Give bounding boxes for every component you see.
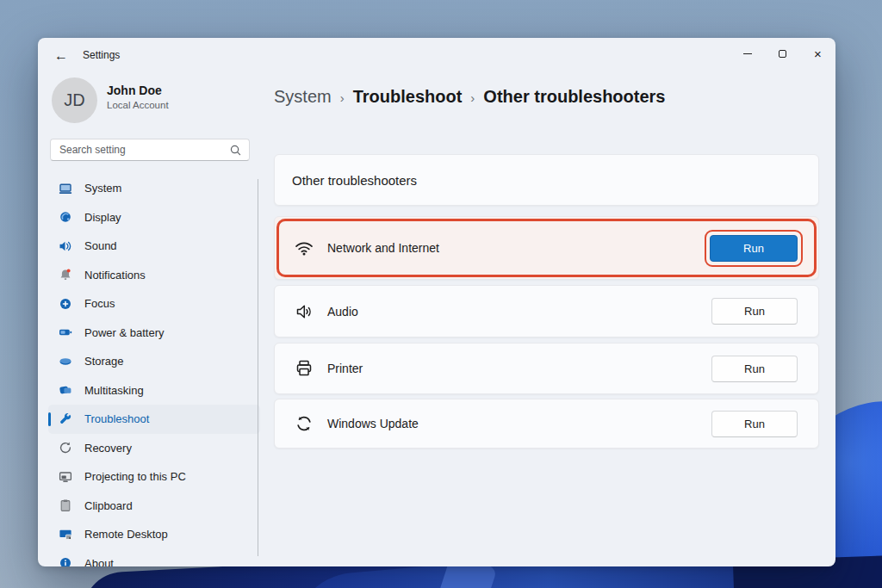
run-button-wrapper: Run <box>710 235 798 262</box>
troubleshooter-label: Printer <box>327 362 363 375</box>
focus-icon <box>59 297 72 311</box>
search-input[interactable] <box>51 139 249 160</box>
run-button-windows-update[interactable]: Run <box>711 411 798 437</box>
printer-icon <box>294 358 314 379</box>
run-button-printer[interactable]: Run <box>711 356 798 382</box>
sidebar-item-label: Projecting to this PC <box>84 470 186 483</box>
display-icon <box>59 210 72 224</box>
chevron-right-icon: › <box>470 89 475 105</box>
sidebar-item-label: Display <box>84 211 121 224</box>
sidebar-item-clipboard[interactable]: Clipboard <box>48 492 260 521</box>
search-icon <box>229 144 242 157</box>
minimize-icon <box>743 53 752 54</box>
projecting-screen-icon <box>59 470 72 484</box>
sidebar-item-label: Notifications <box>84 269 146 282</box>
run-button-audio[interactable]: Run <box>711 298 798 325</box>
sidebar-item-label: About <box>84 557 114 566</box>
refresh-icon <box>294 413 314 434</box>
pane-divider <box>258 179 258 556</box>
troubleshooter-label: Audio <box>327 305 358 319</box>
power-battery-icon <box>59 325 72 339</box>
breadcrumb-item-current: Other troubleshooters <box>483 87 665 107</box>
desktop: ← Settings × JD John Doe Local Account <box>0 0 882 588</box>
clipboard-icon <box>59 498 72 512</box>
sidebar-item-about[interactable]: About <box>48 549 260 567</box>
sidebar-item-label: Troubleshoot <box>84 412 149 425</box>
run-button-network[interactable]: Run <box>710 235 798 262</box>
main-content: System › Troubleshoot › Other troublesho… <box>274 72 819 566</box>
troubleshooter-row-audio: Audio Run <box>274 285 819 337</box>
sidebar-item-notifications[interactable]: Notifications <box>48 261 260 290</box>
sidebar-item-projecting[interactable]: Projecting to this PC <box>48 462 260 492</box>
sidebar-nav: System Display Sound <box>48 174 260 566</box>
search-box <box>50 139 250 161</box>
sidebar-item-power-battery[interactable]: Power & battery <box>48 319 260 348</box>
section-title: Other troubleshooters <box>292 173 417 188</box>
sidebar-item-storage[interactable]: Storage <box>48 347 260 376</box>
sidebar-item-label: Focus <box>84 297 115 310</box>
breadcrumb: System › Troubleshoot › Other troublesho… <box>274 84 666 108</box>
window-title: Settings <box>83 49 120 61</box>
wifi-icon <box>294 238 314 258</box>
sidebar-item-recovery[interactable]: Recovery <box>48 434 260 463</box>
about-icon <box>59 556 72 566</box>
troubleshooter-label: Windows Update <box>327 417 419 430</box>
sidebar-item-system[interactable]: System <box>48 174 260 203</box>
sidebar-item-label: Multitasking <box>84 384 144 397</box>
sidebar-item-troubleshoot[interactable]: Troubleshoot <box>48 405 260 434</box>
close-icon: × <box>814 46 822 61</box>
sidebar-item-remote-desktop[interactable]: Remote Desktop <box>48 520 260 549</box>
sidebar-item-label: Recovery <box>84 442 132 455</box>
section-header-card: Other troubleshooters <box>274 154 819 206</box>
chevron-right-icon: › <box>340 89 345 105</box>
troubleshooter-label: Network and Internet <box>327 241 439 255</box>
storage-icon <box>59 355 72 368</box>
system-icon <box>59 182 72 195</box>
remote-desktop-icon <box>59 528 72 542</box>
avatar-initials: JD <box>64 90 84 110</box>
recovery-icon <box>59 441 72 455</box>
sound-icon <box>59 239 72 253</box>
breadcrumb-item-troubleshoot[interactable]: Troubleshoot <box>353 87 463 107</box>
multitasking-icon <box>59 383 72 397</box>
troubleshooter-row-printer: Printer Run <box>274 343 819 394</box>
sidebar-item-label: Storage <box>84 355 124 368</box>
sidebar-item-sound[interactable]: Sound <box>48 232 260 261</box>
troubleshooter-row-windows-update: Windows Update Run <box>274 399 819 449</box>
minimize-button[interactable] <box>730 42 765 65</box>
avatar: JD <box>52 77 97 123</box>
sidebar-item-label: Power & battery <box>84 326 165 339</box>
troubleshoot-wrench-icon <box>59 412 72 426</box>
maximize-button[interactable] <box>765 42 800 65</box>
maximize-icon <box>779 50 786 58</box>
sidebar-item-display[interactable]: Display <box>48 203 260 232</box>
breadcrumb-item-system[interactable]: System <box>274 87 332 107</box>
back-button[interactable]: ← <box>50 45 72 67</box>
close-button[interactable]: × <box>800 42 835 65</box>
window-controls: × <box>730 42 835 65</box>
troubleshooter-row-network: Network and Internet Run <box>274 216 819 280</box>
sidebar-item-label: System <box>84 182 121 195</box>
settings-window: ← Settings × JD John Doe Local Account <box>38 38 835 566</box>
back-icon: ← <box>54 48 68 64</box>
notifications-bell-icon <box>59 268 72 282</box>
profile-name: John Doe <box>107 84 162 97</box>
sidebar-item-focus[interactable]: Focus <box>48 289 260 319</box>
sidebar-item-multitasking[interactable]: Multitasking <box>48 376 260 405</box>
sidebar-item-label: Clipboard <box>84 499 133 512</box>
speaker-icon <box>294 301 314 322</box>
sidebar-item-label: Remote Desktop <box>84 528 168 541</box>
sidebar-item-label: Sound <box>84 239 117 252</box>
profile-account-type: Local Account <box>107 100 169 110</box>
